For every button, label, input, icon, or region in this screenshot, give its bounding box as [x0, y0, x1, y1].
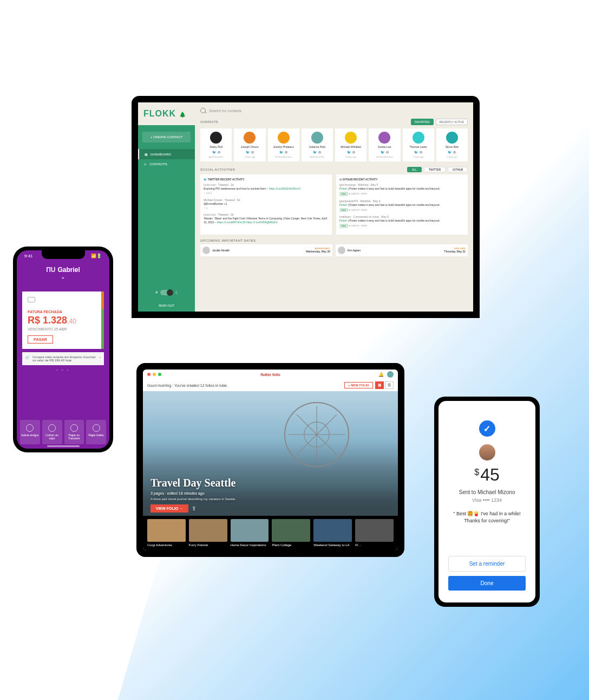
contact-avatar — [413, 132, 424, 144]
sign-out-button[interactable]: SIGN OUT — [138, 300, 195, 312]
hero-description: A three part travel journal describing m… — [150, 497, 236, 501]
user-avatar-icon[interactable] — [387, 371, 394, 378]
action-icon — [93, 424, 100, 432]
twitter-icon: 🐦 — [448, 150, 451, 154]
activity-columns: 🐦 TWITTER RECENT ACTIVITY Linux.com · Tw… — [200, 174, 468, 235]
new-folio-button[interactable]: + NEW FOLIO — [344, 382, 373, 388]
quick-action-button[interactable]: Indicar amigos — [20, 420, 40, 444]
check-success-icon: ✓ — [479, 420, 495, 437]
nubank-header[interactable]: ΠUGabriel ⌄ — [17, 258, 109, 284]
set-reminder-button[interactable]: Set a reminder — [448, 556, 526, 572]
important-date-card[interactable]: Jordan KindellANNIVERSARYWednesday, May … — [200, 244, 332, 256]
card-info: Visa •••• 1234 — [472, 497, 502, 503]
hero-subtitle: 3 pages · edited 18 minutes ago — [150, 491, 236, 495]
folio-thumb[interactable]: Plant Collage — [272, 519, 310, 547]
folio-thumb[interactable]: Weekend Getaway to LA — [313, 519, 352, 547]
theme-toggle[interactable]: ☀ ☾ — [138, 290, 195, 295]
contact-card[interactable]: Michael Whitfield 🐦⊙ 3 days ago — [335, 128, 367, 161]
social-activity-header: SOCIAL ACTIVITIES ALL TWITTER GITHUB — [200, 167, 468, 172]
contact-card[interactable]: Julianna Park 🐦⊙ Add Social IDs — [302, 128, 333, 161]
github-feed-item[interactable]: geunjeokok479 · Watched · May 9Flutter |… — [339, 199, 464, 212]
filter-github[interactable]: GITHUB — [448, 167, 468, 172]
twitter-feed-item[interactable]: Linux.com · Tweeted · 2dExploring PKI we… — [204, 183, 329, 195]
contacts-icon: ☺ — [143, 163, 147, 166]
contact-card[interactable]: Joseph Olsson 🐦⊙ 4 days ago — [234, 128, 265, 161]
share-icon[interactable]: ⇪ — [192, 505, 196, 511]
pay-button[interactable]: PAGAR — [28, 335, 53, 343]
gpay-phone-frame: ✓ 45 Sent to Michael Mizono Visa •••• 12… — [434, 397, 540, 607]
filter-twitter[interactable]: TWITTER — [424, 167, 446, 172]
flokk-logo: FLOKK 🌲 — [138, 102, 195, 125]
grid-view-button[interactable]: ▦ — [375, 381, 384, 389]
notification-icon[interactable]: 🔔 — [378, 372, 384, 377]
flokk-app-screen: FLOKK 🌲 + CREATE CONTACT ▦ DASHBOARD ☺ C… — [138, 102, 473, 312]
list-view-button[interactable]: ☰ — [385, 381, 394, 389]
quick-action-button[interactable]: Pagar boleto — [86, 420, 106, 444]
contact-avatar — [446, 132, 458, 144]
nav-contacts[interactable]: ☺ CONTACTS — [138, 159, 195, 169]
flokk-nav: ▦ DASHBOARD ☺ CONTACTS — [138, 149, 195, 286]
svg-line-6 — [317, 435, 337, 455]
search-bar[interactable]: Search for contacts — [200, 108, 468, 113]
chevron-down-icon: ⌄ — [17, 275, 109, 280]
view-folio-button[interactable]: VIEW FOLIO → — [150, 504, 188, 513]
contact-avatar — [244, 132, 256, 144]
contact-card[interactable]: Jocelyn Prideaux 🐦⊙ No New Activities — [268, 128, 299, 161]
date-avatar — [338, 247, 345, 254]
dates-row: Jordan KindellANNIVERSARYWednesday, May … — [200, 244, 468, 256]
quick-action-button[interactable]: Pagar ou Transferir — [64, 420, 84, 444]
recipient-avatar — [479, 444, 495, 461]
contact-name: Julianna Park — [309, 145, 325, 148]
nav-dashboard[interactable]: ▦ DASHBOARD — [138, 149, 195, 159]
twitter-icon: 🐦 — [204, 178, 207, 181]
github-feed-item[interactable]: igor-kruwosja · Watched · May 9Flutter |… — [339, 183, 464, 196]
favorites-pill[interactable]: FAVORITES — [411, 119, 434, 125]
contact-meta: 4 days ago — [245, 155, 256, 158]
quick-action-button[interactable]: Cobrar um valor — [42, 420, 62, 444]
app-title: flutter folio — [260, 373, 280, 377]
folio-thumb-strip[interactable]: Corgi AdventuresFurry FriendsHome Decor … — [143, 516, 398, 550]
nubank-screen: 9:41 📶🔋 ΠUGabriel ⌄ FATURA FECHADA R$ 1.… — [17, 250, 109, 449]
create-contact-button[interactable]: + CREATE CONTACT — [142, 132, 191, 142]
contact-card[interactable]: Simon Brie 🐦⊙ 2 days ago — [436, 128, 468, 161]
contact-card[interactable]: Darby Roll 🐦⊙ Add Social IDs — [200, 128, 232, 161]
github-feed-item[interactable]: tmailboex · Commented on Issue · May 9Fl… — [339, 215, 464, 228]
maximize-dot-icon[interactable] — [158, 373, 161, 376]
due-date-label: VENCIMENTO 25 ABR — [28, 327, 99, 331]
folio-thumb[interactable]: Home Decor Inspirations — [231, 519, 269, 547]
action-icon — [26, 424, 34, 432]
contacts-row: Darby Roll 🐦⊙ Add Social IDs Joseph Olss… — [200, 128, 468, 161]
contact-name: Jocelyn Prideaux — [273, 145, 294, 148]
invoice-card[interactable]: FATURA FECHADA R$ 1.328,40 VENCIMENTO 25… — [22, 291, 104, 349]
github-icon: ⊙ — [318, 150, 321, 154]
folio-thumb[interactable]: Corgi Adventures — [147, 519, 186, 547]
sent-to-text: Sent to Michael Mizono — [459, 489, 515, 495]
close-dot-icon[interactable] — [147, 373, 150, 376]
invoice-progress-bar — [101, 291, 104, 349]
recent-purchase-card[interactable]: 🛒 Compra mais recente em Empório Gourmet… — [22, 352, 104, 365]
folio-thumb[interactable]: Fl… — [355, 519, 394, 547]
minimize-dot-icon[interactable] — [153, 373, 156, 376]
contact-card[interactable]: Thomas Lewis 🐦⊙ 2 days ago — [403, 128, 434, 161]
dashboard-icon: ▦ — [145, 152, 148, 156]
moon-icon: ☾ — [175, 290, 179, 295]
hero-folio[interactable]: Travel Day Seattle 3 pages · edited 18 m… — [143, 391, 398, 516]
phone-notch — [42, 250, 85, 259]
dates-header: UPCOMING IMPORTANT DATES — [200, 239, 468, 242]
page-indicator: • • • — [17, 365, 109, 375]
twitter-icon: 🐦 — [347, 150, 351, 154]
twitter-feed-item[interactable]: Michael Graves · Tweeted · 5d@EmmaBostia… — [204, 198, 329, 210]
payment-message: " Best 🍔🍟 I've had in a while! Thanks fo… — [453, 510, 520, 524]
done-button[interactable]: Done — [448, 576, 526, 591]
twitter-feed-item[interactable]: Linux.com · Tweeted · 3d'Master,' 'Slave… — [204, 213, 329, 224]
contact-meta: 3 days ago — [345, 155, 356, 158]
recently-active-pill[interactable]: RECENTLY ACTIVE — [436, 119, 468, 125]
contact-avatar — [210, 132, 222, 144]
filter-all[interactable]: ALL — [407, 167, 422, 172]
contact-name: Thomas Lewis — [410, 145, 427, 148]
important-date-card[interactable]: Kim AgnesHIRE DATEThursday, May 21 — [336, 244, 468, 256]
twitter-icon: 🐦 — [212, 150, 216, 154]
flokk-sidebar: FLOKK 🌲 + CREATE CONTACT ▦ DASHBOARD ☺ C… — [138, 102, 195, 312]
contact-card[interactable]: Sohee Lee 🐦⊙ No New Activities — [369, 128, 400, 161]
folio-thumb[interactable]: Furry Friends — [189, 519, 227, 547]
